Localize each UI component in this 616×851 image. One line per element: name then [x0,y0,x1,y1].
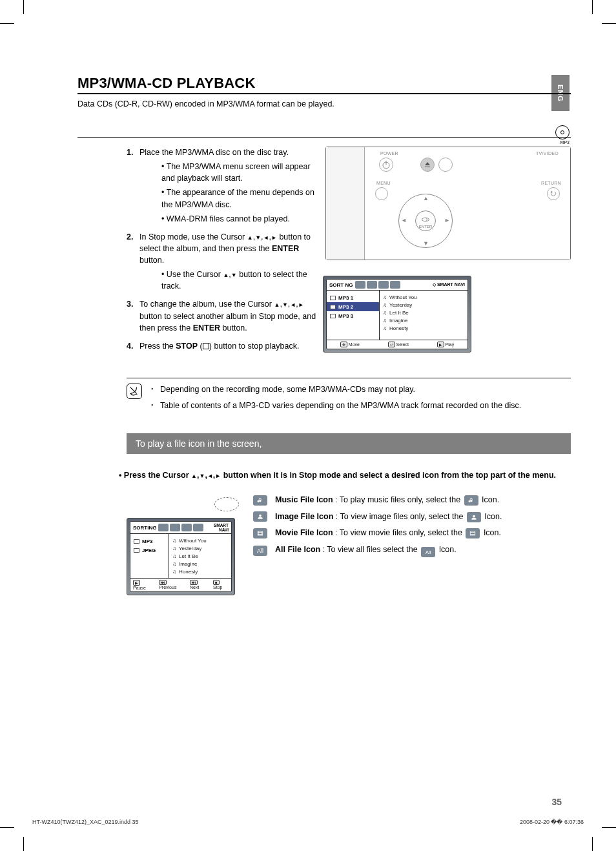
page-number: 35 [551,797,562,807]
page-title: MP3/WMA-CD PLAYBACK [77,75,571,92]
stop-icon [203,343,209,349]
footer-timestamp: 2008-02-20 �� 6:07:36 [520,819,584,825]
movie-file-icon [253,528,267,538]
smart-navi-screen-1: SORT NG ◇ SMART NAVI MP3 1 MP3 2 MP3 3 [323,276,471,353]
subheading: To play a file icon in the screen, [127,433,571,454]
image-icon [367,281,377,289]
icon-definitions: Music File Icon : To play music files on… [239,495,571,595]
note-icon [127,384,142,399]
all-file-icon: All [253,546,267,556]
all-icon [390,281,400,289]
callout-lens [127,495,239,518]
music-icon [355,281,365,289]
svg-point-2 [259,515,262,517]
eject-icon [420,158,435,172]
step-4: 4. Press the STOP () button to stop play… [127,340,323,352]
movie-icon [378,281,389,289]
footer-filename: HT-WZ410(TWZ412)_XAC_0219.indd 35 [32,819,139,825]
step-1: 1. Place the MP3/WMA disc on the disc tr… [127,147,323,225]
svg-point-3 [473,515,475,517]
smart-navi-screen-2: SORTING SMART NAVI MP3 JPEG ♫Without You… [127,518,235,595]
step-3: 3. To change the album, use the Cursor ,… [127,298,323,333]
return-icon [547,187,560,200]
remote-diagram: POWER TV/VIDEO MENU RETURN [325,147,571,260]
music-file-icon [253,495,267,506]
intro-text: Data CDs (CD-R, CD-RW) encoded in MP3/WM… [77,99,571,108]
enter-button: ENTER [415,210,436,231]
press-instruction: Press the Cursor ,,, button when it is i… [77,469,571,482]
step-2: 2. In Stop mode, use the Cursor ,,, butt… [127,231,323,292]
power-icon [379,158,393,172]
dpad: ▲ ▼ ◄ ► ENTER [393,189,458,253]
svg-rect-9 [471,531,476,535]
image-file-icon [253,511,267,522]
note-list: Depending on the recording mode, some MP… [151,384,521,416]
